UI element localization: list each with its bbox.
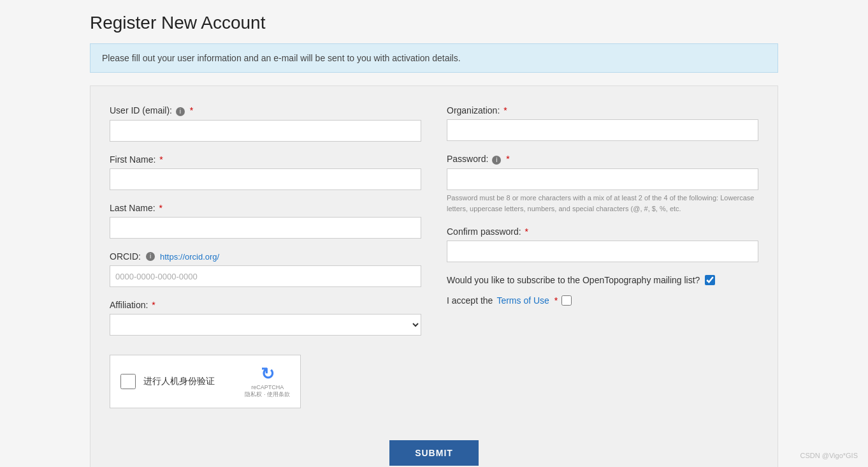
recaptcha-brand-label: reCAPTCHA [251, 384, 284, 390]
password-group: Password: i * Password must be 8 or more… [447, 154, 758, 214]
orcid-input[interactable] [110, 265, 421, 287]
user-id-info-icon[interactable]: i [176, 107, 185, 116]
recaptcha-icon: ↻ [261, 364, 275, 384]
user-id-group: User ID (email): i * [110, 105, 421, 142]
orcid-group: ORCID: i https://orcid.org/ [110, 251, 421, 287]
right-column: Organization: * Password: i * Password m… [447, 105, 758, 421]
terms-group: I accept the Terms of Use * [447, 295, 758, 306]
recaptcha-branding: ↻ reCAPTCHA 隐私权 · 使用条款 [245, 364, 290, 399]
organization-required: * [503, 105, 507, 115]
organization-group: Organization: * [447, 105, 758, 141]
recaptcha-privacy-link[interactable]: 隐私权 [245, 391, 262, 397]
last-name-label: Last Name: * [110, 203, 421, 213]
subscribe-checkbox[interactable] [705, 275, 715, 285]
user-id-label: User ID (email): i * [110, 105, 421, 116]
subscribe-group: Would you like to subscribe to the OpenT… [447, 275, 758, 285]
last-name-required: * [159, 203, 162, 213]
recaptcha-links: 隐私权 · 使用条款 [245, 390, 290, 399]
password-label: Password: i * [447, 154, 758, 165]
submit-row: SUBMIT [110, 440, 758, 466]
submit-button[interactable]: SUBMIT [389, 440, 479, 466]
first-name-group: First Name: * [110, 154, 421, 190]
confirm-password-label: Confirm password: * [447, 226, 758, 237]
first-name-required: * [159, 154, 163, 165]
watermark: CSDN @Vigo*GIS [800, 452, 858, 459]
captcha-widget[interactable]: 进行人机身份验证 ↻ reCAPTCHA 隐私权 · 使用条款 [110, 355, 301, 408]
confirm-password-input[interactable] [447, 241, 758, 262]
recaptcha-terms-link[interactable]: 使用条款 [267, 391, 290, 397]
affiliation-select[interactable] [110, 314, 421, 336]
password-hint: Password must be 8 or more characters wi… [447, 193, 758, 214]
affiliation-label: Affiliation: * [110, 300, 421, 310]
captcha-label: 进行人机身份验证 [143, 376, 237, 387]
confirm-password-group: Confirm password: * [447, 226, 758, 262]
orcid-label-row: ORCID: i https://orcid.org/ [110, 251, 421, 262]
terms-checkbox[interactable] [561, 295, 572, 306]
affiliation-group: Affiliation: * [110, 300, 421, 336]
subscribe-label: Would you like to subscribe to the OpenT… [447, 275, 700, 285]
last-name-input[interactable] [110, 217, 421, 239]
confirm-password-required: * [525, 226, 528, 237]
password-input[interactable] [447, 168, 758, 190]
user-id-required: * [190, 105, 193, 115]
first-name-input[interactable] [110, 168, 421, 190]
last-name-group: Last Name: * [110, 203, 421, 239]
terms-required: * [554, 295, 558, 306]
orcid-info-icon[interactable]: i [146, 252, 155, 261]
password-required: * [506, 154, 509, 164]
captcha-group: 进行人机身份验证 ↻ reCAPTCHA 隐私权 · 使用条款 [110, 348, 421, 408]
organization-label: Organization: * [447, 105, 758, 115]
orcid-link[interactable]: https://orcid.org/ [160, 252, 219, 262]
first-name-label: First Name: * [110, 154, 421, 165]
left-column: User ID (email): i * First Name: * [110, 105, 421, 421]
organization-input[interactable] [447, 119, 758, 141]
affiliation-required: * [152, 300, 155, 310]
terms-prefix: I accept the [447, 295, 493, 306]
orcid-label: ORCID: [110, 251, 141, 262]
user-id-input[interactable] [110, 120, 421, 142]
password-info-icon[interactable]: i [492, 156, 501, 165]
terms-link[interactable]: Terms of Use [496, 295, 549, 306]
page-title: Register New Account [90, 13, 778, 33]
info-banner: Please fill out your user information an… [90, 43, 778, 73]
registration-form: User ID (email): i * First Name: * [90, 85, 778, 467]
captcha-checkbox[interactable] [120, 374, 136, 389]
